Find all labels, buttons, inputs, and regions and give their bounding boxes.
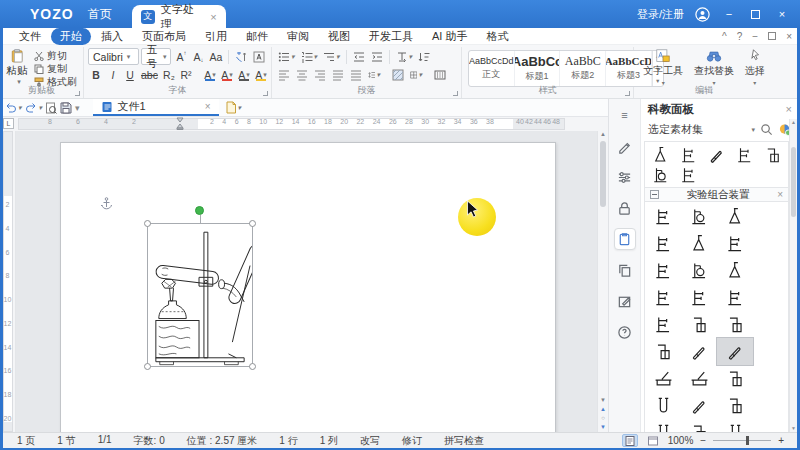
- app-tab-writer[interactable]: 文 文字处理 ×: [132, 5, 226, 28]
- apparatus-item[interactable]: [717, 203, 753, 230]
- apparatus-item[interactable]: [681, 392, 717, 419]
- zoom-level[interactable]: 100%: [668, 435, 694, 446]
- apparatus-item[interactable]: [717, 230, 753, 257]
- home-tab[interactable]: 首页: [88, 6, 112, 23]
- paste-button[interactable]: 粘贴 ▾: [0, 47, 34, 86]
- menu-item[interactable]: 开始: [51, 28, 91, 45]
- save-icon[interactable]: [60, 102, 72, 114]
- section-close-icon[interactable]: ×: [777, 189, 783, 200]
- font-dialog-launcher[interactable]: [263, 91, 268, 96]
- select-button[interactable]: 选择 ▾: [745, 49, 765, 86]
- status-item[interactable]: 1 行: [268, 434, 308, 448]
- selected-image-frame[interactable]: [147, 223, 253, 367]
- ruler-corner-box[interactable]: L: [3, 118, 14, 129]
- settings-sliders-icon[interactable]: [614, 166, 636, 188]
- styles-dialog-launcher[interactable]: [625, 91, 630, 96]
- resize-handle[interactable]: [249, 220, 256, 227]
- menu-item[interactable]: 审阅: [278, 28, 318, 45]
- font-format-button[interactable]: U: [122, 66, 138, 83]
- pen-icon[interactable]: [614, 135, 636, 157]
- panel-scrollbar-thumb[interactable]: [791, 147, 796, 217]
- status-item[interactable]: 1 列: [309, 434, 349, 448]
- font-size-case-button[interactable]: A: [190, 48, 206, 65]
- style-item[interactable]: AaBbC 标题2: [560, 51, 606, 86]
- document-scrollbar[interactable]: ▲ ▼ ▲ ○ ▼: [597, 131, 608, 432]
- page-view-button[interactable]: [622, 434, 638, 447]
- apparatus-item[interactable]: [645, 230, 681, 257]
- cut-button[interactable]: 剪切: [34, 50, 77, 62]
- apparatus-item[interactable]: [645, 365, 681, 392]
- close-button[interactable]: ×: [774, 8, 790, 20]
- apparatus-item[interactable]: [681, 338, 717, 365]
- align-center-icon[interactable]: [294, 66, 310, 83]
- copy-pages-icon[interactable]: [614, 259, 636, 281]
- apparatus-item[interactable]: [681, 203, 717, 230]
- font-format-button[interactable]: abc: [139, 66, 160, 83]
- apparatus-item[interactable]: [717, 257, 753, 284]
- status-item[interactable]: 修订: [391, 434, 433, 448]
- apparatus-item[interactable]: [645, 257, 681, 284]
- search-icon[interactable]: [760, 123, 773, 136]
- font-size-case-button[interactable]: Aa: [207, 48, 224, 65]
- menu-item[interactable]: 页面布局: [133, 28, 195, 45]
- style-item[interactable]: AaBbCcDd 正文: [469, 51, 515, 86]
- apparatus-item[interactable]: [681, 365, 717, 392]
- menu-item[interactable]: 插入: [92, 28, 132, 45]
- copy-button[interactable]: 复制: [34, 63, 77, 75]
- distribute-icon[interactable]: [348, 66, 364, 83]
- undo-icon[interactable]: ▾: [4, 102, 22, 114]
- apparatus-item[interactable]: [645, 392, 681, 419]
- rotate-handle[interactable]: [195, 206, 204, 215]
- minimize-button[interactable]: −: [721, 8, 737, 20]
- apparatus-item[interactable]: [717, 365, 753, 392]
- menu-item[interactable]: 格式: [477, 28, 517, 45]
- font-size-case-button[interactable]: A: [173, 48, 189, 65]
- help-icon[interactable]: ?: [737, 31, 743, 42]
- maximize-button[interactable]: [751, 10, 760, 19]
- print-preview-icon[interactable]: [45, 102, 57, 114]
- status-item[interactable]: 1 页: [6, 434, 46, 448]
- borders-icon[interactable]: ▾: [408, 66, 424, 83]
- apparatus-item[interactable]: [681, 257, 717, 284]
- close-app-tab-icon[interactable]: ×: [210, 11, 216, 23]
- scroll-up-icon[interactable]: ▲: [600, 131, 606, 137]
- customize-toolbar-icon[interactable]: ▾: [75, 103, 80, 113]
- apparatus-item[interactable]: [717, 284, 753, 311]
- status-item[interactable]: 1 节: [46, 434, 86, 448]
- compose-icon[interactable]: [614, 290, 636, 312]
- zoom-slider-thumb[interactable]: [746, 436, 749, 445]
- redo-icon[interactable]: ▾: [25, 102, 43, 114]
- font-color-button[interactable]: A▾: [219, 66, 235, 83]
- user-avatar-icon[interactable]: [695, 7, 710, 22]
- style-item[interactable]: AaBbCc 标题1: [515, 51, 561, 86]
- apparatus-item[interactable]: [717, 392, 753, 419]
- collapse-section-icon[interactable]: [650, 190, 659, 199]
- panel-close-icon[interactable]: ×: [786, 103, 792, 115]
- apparatus-item[interactable]: [645, 284, 681, 311]
- section-header-apparatus[interactable]: 实验组合装置 ×: [645, 187, 788, 202]
- menu-item[interactable]: 邮件: [237, 28, 277, 45]
- font-color-button[interactable]: A▾: [202, 66, 218, 83]
- text-tool-button[interactable]: 文字工具 ▾: [643, 49, 683, 86]
- align-left-icon[interactable]: [276, 66, 292, 83]
- material-collection-select[interactable]: 选定素材集 ▾: [641, 119, 800, 140]
- new-document-icon[interactable]: ▾: [225, 101, 242, 114]
- resize-handle[interactable]: [249, 363, 256, 370]
- clipboard-dialog-launcher[interactable]: [75, 91, 80, 96]
- doc-minimize-icon[interactable]: −: [752, 31, 758, 42]
- status-item[interactable]: 1/1: [87, 434, 123, 448]
- status-item[interactable]: 改写: [349, 434, 391, 448]
- horizontal-ruler[interactable]: L 8642 246810121416182022242628303234363…: [0, 117, 608, 131]
- panel-scrollbar[interactable]: ▲ ▼: [789, 119, 797, 432]
- shading-icon[interactable]: [390, 66, 406, 83]
- status-item[interactable]: 拼写检查: [433, 434, 495, 448]
- line-spacing-icon[interactable]: ▾: [366, 66, 382, 83]
- apparatus-item[interactable]: [645, 311, 681, 338]
- resize-handle[interactable]: [144, 363, 151, 370]
- apparatus-item[interactable]: [645, 203, 681, 230]
- pane-menu-icon[interactable]: ≡: [614, 104, 636, 126]
- font-format-button[interactable]: R²: [178, 66, 194, 83]
- find-replace-button[interactable]: 查找替换 ▾: [694, 49, 734, 86]
- zoom-slider[interactable]: [713, 440, 771, 441]
- material-thumbnail[interactable]: [675, 145, 702, 164]
